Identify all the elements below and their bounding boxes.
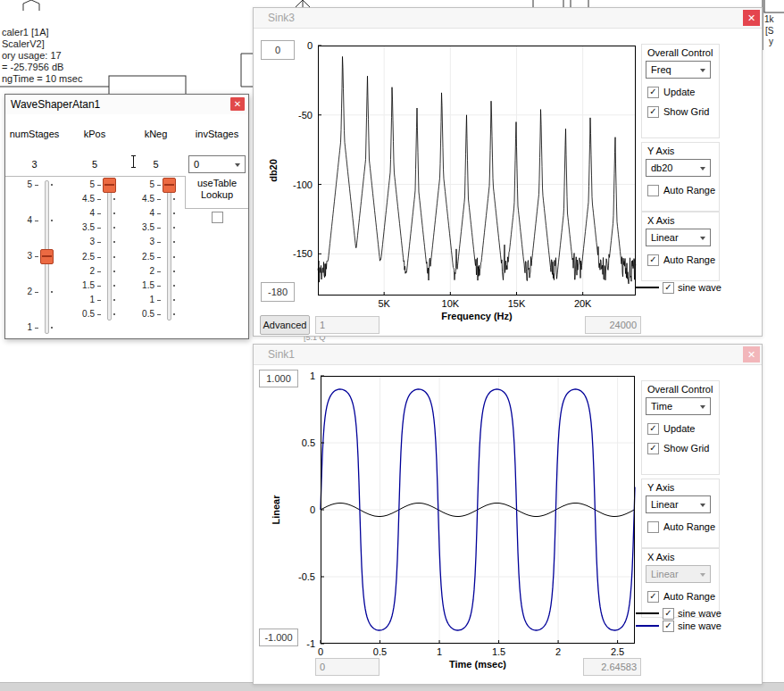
legend-checkbox[interactable]: ✓ xyxy=(663,608,674,620)
app-canvas: caler1 [1A] ScalerV2] ory usage: 17 = -2… xyxy=(0,0,784,691)
slider-tick-mark xyxy=(157,185,161,186)
x-mode-value: Linear xyxy=(651,232,679,243)
x-tick-label: 2.5 xyxy=(611,646,624,657)
spectrum-trace xyxy=(318,56,636,284)
x-auto-range-checkbox[interactable]: ✓ Auto Range xyxy=(647,590,715,603)
update-checkbox[interactable]: ✓ Update xyxy=(647,86,695,98)
edge-label: y xyxy=(769,37,773,46)
slider-tick-label: 1 xyxy=(129,295,154,304)
legend-row: ✓ sine wave xyxy=(636,620,721,632)
show-grid-label: Show Grid xyxy=(663,443,709,454)
slider-tick-dot xyxy=(173,241,175,243)
edge-label: 1k xyxy=(764,14,774,24)
legend-label: sine wave xyxy=(678,620,721,631)
x-mode-dropdown[interactable]: Linear xyxy=(646,229,711,246)
block-fragment xyxy=(764,0,784,12)
sink3-window: Sink3 ✕ 0 -180 5K10K15K20K0-50-100-150Fr… xyxy=(253,7,763,337)
slider-tick-dot xyxy=(173,227,175,229)
info-line: ScalerV2] xyxy=(2,38,82,50)
y-max-field[interactable]: 0 xyxy=(261,40,295,60)
y-axis-title: db20 xyxy=(268,159,279,182)
y-min-field[interactable]: -1.000 xyxy=(259,629,298,646)
y-auto-range-label: Auto Range xyxy=(663,521,715,532)
kneg-slider[interactable]: 54.543.532.521.510.5 xyxy=(5,95,248,338)
display-mode-dropdown[interactable]: Time xyxy=(646,397,711,415)
overall-control-label: Overall Control xyxy=(647,47,713,58)
x-tick-label: 1 xyxy=(437,646,442,657)
legend-line xyxy=(636,625,659,627)
y-tick-label: 0 xyxy=(307,40,313,51)
checkbox-icon: ✓ xyxy=(647,423,659,435)
checkbox-icon: ✓ xyxy=(647,254,659,266)
info-line: ngTime = 10 msec xyxy=(2,73,82,85)
x-max-field[interactable]: 2.64583 xyxy=(583,658,641,676)
slider-tick-mark xyxy=(157,228,161,229)
update-checkbox[interactable]: ✓ Update xyxy=(647,422,695,435)
legend-row: ✓ sine wave xyxy=(636,607,721,620)
slider-tick-label: 3.5 xyxy=(129,222,154,232)
kNeg-slider-track[interactable] xyxy=(167,180,171,321)
x-min-field[interactable]: 1 xyxy=(315,316,379,334)
kPos-slider-handle[interactable] xyxy=(103,178,116,193)
slider-tick-dot xyxy=(173,285,175,287)
x-tick-label: 5K xyxy=(378,298,390,309)
wire-fragment xyxy=(23,0,39,11)
x-axis-label: X Axis xyxy=(647,552,675,562)
slider-tick-mark xyxy=(157,242,161,243)
x-tick-label: 0 xyxy=(318,646,323,657)
slider-tick-mark xyxy=(157,271,161,272)
display-mode-dropdown[interactable]: Freq xyxy=(646,61,711,79)
checkbox-icon: ✓ xyxy=(647,185,659,196)
text-cursor xyxy=(130,155,137,167)
y-mode-dropdown[interactable]: Linear xyxy=(646,495,711,513)
update-label: Update xyxy=(663,87,695,97)
sink3-titlebar[interactable]: Sink3 ✕ xyxy=(254,8,762,29)
checkbox-icon: ✓ xyxy=(647,443,659,454)
info-line: ory usage: 17 xyxy=(2,50,82,62)
slider-tick-mark xyxy=(157,213,161,214)
y-max-field[interactable]: 1.000 xyxy=(259,370,298,387)
sink1-titlebar[interactable]: Sink1 ✕ xyxy=(254,345,762,365)
y-auto-range-checkbox[interactable]: ✓ Auto Range xyxy=(647,184,715,196)
kNeg-slider-handle[interactable] xyxy=(163,178,176,193)
slider-tick-label: 4 xyxy=(129,208,154,218)
legend-line xyxy=(636,612,659,614)
show-grid-checkbox[interactable]: ✓ Show Grid xyxy=(647,105,709,118)
x-max-field[interactable]: 24000 xyxy=(585,316,641,334)
y-auto-range-label: Auto Range xyxy=(663,185,715,196)
x-tick-label: 10K xyxy=(442,298,460,309)
x-min-field[interactable]: 0 xyxy=(315,658,379,676)
x-tick-label: 20K xyxy=(574,298,592,309)
slider-tick-dot xyxy=(173,313,175,315)
show-grid-label: Show Grid xyxy=(663,106,709,117)
slider-tick-label: 2 xyxy=(129,266,154,276)
show-grid-checkbox[interactable]: ✓ Show Grid xyxy=(647,442,709,454)
legend-checkbox[interactable]: ✓ xyxy=(663,282,674,294)
y-mode-value: Linear xyxy=(651,499,679,510)
y-mode-dropdown[interactable]: db20 xyxy=(646,159,711,177)
slider-tick-label: 2.5 xyxy=(129,252,154,262)
x-tick-label: 1.5 xyxy=(492,646,505,657)
diagram-info-text: caler1 [1A] ScalerV2] ory usage: 17 = -2… xyxy=(2,27,82,85)
numStages-slider-handle[interactable] xyxy=(40,249,54,264)
y-min-field[interactable]: -180 xyxy=(261,282,295,302)
checkbox-icon: ✓ xyxy=(647,591,659,603)
close-icon[interactable]: ✕ xyxy=(743,346,760,362)
edge-label: [S xyxy=(765,26,773,36)
slider-tick-dot xyxy=(173,212,175,214)
advanced-button[interactable]: Advanced xyxy=(260,315,310,335)
slider-tick-mark xyxy=(157,257,161,258)
slider-tick-mark xyxy=(157,286,161,287)
x-auto-range-checkbox[interactable]: ✓ Auto Range xyxy=(647,254,715,266)
y-tick-label: 0.5 xyxy=(302,437,315,448)
x-auto-range-label: Auto Range xyxy=(663,254,715,265)
x-axis-title: Time (msec) xyxy=(449,659,506,670)
y-auto-range-checkbox[interactable]: ✓ Auto Range xyxy=(647,520,715,533)
slider-tick-mark xyxy=(157,199,161,200)
close-icon[interactable]: ✕ xyxy=(743,10,760,26)
overall-control-label: Overall Control xyxy=(647,384,713,395)
legend-checkbox[interactable]: ✓ xyxy=(663,620,674,632)
y-tick-label: -100 xyxy=(293,179,313,190)
slider-tick-dot xyxy=(173,256,175,258)
x-mode-dropdown: Linear xyxy=(646,565,711,583)
